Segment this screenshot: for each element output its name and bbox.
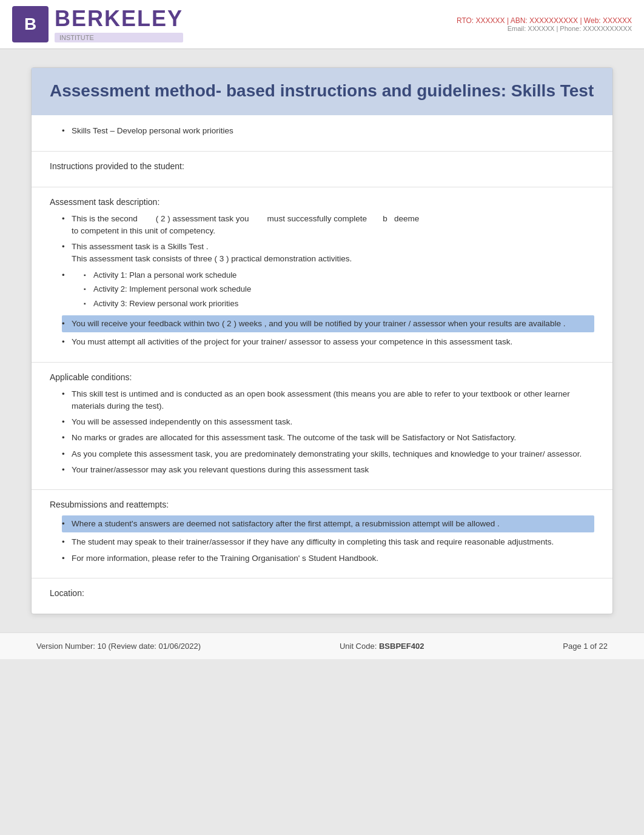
- list-item: No marks or grades are allocated for thi…: [62, 432, 594, 444]
- feedback-item: You will receive your feedback within tw…: [62, 315, 594, 332]
- section-instructions: Instructions provided to the student:: [32, 152, 612, 187]
- unit-code-label: Unit Code:: [340, 642, 377, 651]
- list-item: This assessment task is a Skills Test . …: [62, 241, 594, 266]
- main-document: Assessment method- based instructions an…: [31, 67, 613, 614]
- activity-item-3: Activity 3: Review personal work priorit…: [84, 298, 594, 310]
- header-contact: RTO: XXXXXX | ABN: XXXXXXXXXX | Web: XXX…: [457, 16, 632, 32]
- feedback-list: You will receive your feedback within tw…: [50, 315, 594, 349]
- logo-text-group: BERKELEY INSTITUTE: [55, 6, 183, 42]
- footer-unit-code: Unit Code: BSBPEF402: [340, 642, 424, 651]
- conditions-label: Applicable conditions:: [50, 372, 594, 382]
- list-item: As you complete this assessment task, yo…: [62, 448, 594, 460]
- section-assessment-type: Skills Test – Develop personal work prio…: [32, 115, 612, 151]
- footer-version: Version Number: 10 (Review date: 01/06/2…: [36, 642, 201, 651]
- page-footer: Version Number: 10 (Review date: 01/06/2…: [0, 632, 644, 659]
- list-item: For more information, please refer to th…: [62, 552, 594, 565]
- conditions-list: This skill test is untimed and is conduc…: [50, 388, 594, 477]
- instructions-label: Instructions provided to the student:: [50, 161, 594, 171]
- logo-area: B BERKELEY INSTITUTE: [12, 6, 183, 42]
- section-conditions: Applicable conditions: This skill test i…: [32, 363, 612, 491]
- task-description-list: This is the second ( 2 ) assessment task…: [50, 213, 594, 310]
- unit-code-value: BSBPEF402: [379, 642, 424, 651]
- activity-item-2: Activity 2: Implement personal work sche…: [84, 283, 594, 295]
- logo-subtitle: INSTITUTE: [55, 33, 183, 42]
- logo-icon: B: [12, 6, 49, 42]
- footer-page: Page 1 of 22: [563, 642, 608, 651]
- list-item: You will be assessed independently on th…: [62, 416, 594, 428]
- section-resubmissions: Resubmissions and reattempts: Where a st…: [32, 490, 612, 578]
- header-contact-line2: Email: XXXXXX | Phone: XXXXXXXXXXX: [457, 25, 632, 32]
- list-item: Where a student's answers are deemed not…: [62, 515, 594, 532]
- page-header: B BERKELEY INSTITUTE RTO: XXXXXX | ABN: …: [0, 0, 644, 49]
- attempt-item: You must attempt all activities of the p…: [62, 336, 594, 348]
- resubmissions-label: Resubmissions and reattempts:: [50, 500, 594, 509]
- title-block: Assessment method- based instructions an…: [32, 68, 612, 115]
- task-description-label: Assessment task description:: [50, 197, 594, 207]
- list-item: This skill test is untimed and is conduc…: [62, 388, 594, 413]
- section-task-description: Assessment task description: This is the…: [32, 187, 612, 363]
- section-location: Location:: [32, 578, 612, 614]
- location-label: Location:: [50, 588, 594, 598]
- activities-list: Activity 1: Plan a personal work schedul…: [72, 269, 594, 310]
- activity-item-1: Activity 1: Plan a personal work schedul…: [84, 269, 594, 281]
- list-item-activities: Activity 1: Plan a personal work schedul…: [62, 269, 594, 310]
- page-title: Assessment method- based instructions an…: [50, 80, 594, 102]
- list-item: The student may speak to their trainer/a…: [62, 536, 594, 548]
- list-item: Skills Test – Develop personal work prio…: [62, 125, 594, 137]
- list-item: This is the second ( 2 ) assessment task…: [62, 213, 594, 238]
- header-contact-line1: RTO: XXXXXX | ABN: XXXXXXXXXX | Web: XXX…: [457, 16, 632, 25]
- resubmissions-list: Where a student's answers are deemed not…: [50, 515, 594, 565]
- logo-name: BERKELEY: [55, 6, 183, 32]
- assessment-type-list: Skills Test – Develop personal work prio…: [50, 125, 594, 137]
- list-item: Your trainer/assessor may ask you releva…: [62, 464, 594, 476]
